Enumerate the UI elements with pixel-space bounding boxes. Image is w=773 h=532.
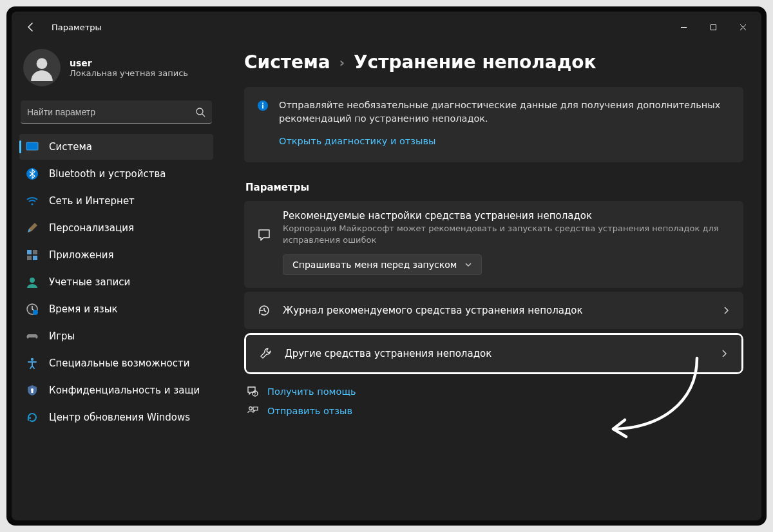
gamepad-icon bbox=[26, 330, 39, 343]
open-diagnostics-link[interactable]: Открыть диагностику и отзывы bbox=[279, 135, 435, 148]
svg-point-2 bbox=[196, 108, 203, 115]
sidebar-item-apps[interactable]: Приложения bbox=[19, 242, 213, 268]
user-block[interactable]: user Локальная учетная запись bbox=[18, 43, 215, 98]
paint-icon bbox=[26, 222, 39, 234]
svg-rect-8 bbox=[33, 250, 37, 254]
sidebar-item-label: Персонализация bbox=[49, 222, 134, 234]
accounts-icon bbox=[26, 276, 39, 289]
sidebar-item-label: Конфиденциальность и защи bbox=[49, 385, 200, 396]
user-type: Локальная учетная запись bbox=[70, 68, 188, 78]
svg-rect-3 bbox=[26, 142, 38, 150]
svg-point-11 bbox=[30, 278, 35, 283]
bluetooth-icon bbox=[26, 167, 39, 180]
svg-rect-19 bbox=[262, 105, 263, 109]
svg-point-14 bbox=[31, 358, 33, 361]
info-banner: Отправляйте необязательные диагностическ… bbox=[244, 87, 743, 162]
svg-point-22 bbox=[249, 407, 253, 410]
svg-point-18 bbox=[262, 102, 263, 104]
apps-icon bbox=[26, 249, 39, 261]
info-body: Отправляйте необязательные диагностическ… bbox=[279, 99, 730, 148]
chevron-right-icon bbox=[720, 349, 729, 358]
titlebar: Параметры bbox=[12, 12, 761, 43]
dropdown-value: Спрашивать меня перед запуском bbox=[292, 260, 457, 270]
sidebar-item-label: Игры bbox=[49, 330, 75, 342]
chevron-down-icon bbox=[464, 261, 472, 269]
maximize-button[interactable] bbox=[698, 17, 728, 37]
svg-point-1 bbox=[37, 58, 48, 69]
shield-icon bbox=[26, 384, 39, 397]
back-button[interactable] bbox=[19, 15, 43, 39]
svg-rect-16 bbox=[32, 390, 33, 393]
nav: Система Bluetooth и устройства Сеть и Ин… bbox=[18, 134, 215, 430]
sidebar-item-privacy[interactable]: Конфиденциальность и защи bbox=[19, 377, 213, 403]
svg-rect-0 bbox=[711, 24, 716, 30]
sidebar-item-personalization[interactable]: Персонализация bbox=[19, 215, 213, 241]
feedback-link[interactable]: Отправить отзыв bbox=[247, 405, 743, 417]
other-troubleshooters-row[interactable]: Другие средства устранения неполадок bbox=[246, 335, 741, 372]
sidebar-item-accessibility[interactable]: Специальные возможности bbox=[19, 350, 213, 376]
sidebar-item-timelang[interactable]: Время и язык bbox=[19, 296, 213, 322]
sidebar-item-system[interactable]: Система bbox=[19, 134, 213, 160]
search-box[interactable] bbox=[21, 100, 212, 124]
troubleshooter-history-row[interactable]: Журнал рекомендуемого средства устранени… bbox=[244, 292, 743, 329]
app-title: Параметры bbox=[52, 23, 102, 32]
search-input[interactable] bbox=[27, 107, 195, 117]
person-icon bbox=[28, 54, 55, 81]
breadcrumb: Система › Устранение неполадок bbox=[244, 52, 743, 73]
arrow-left-icon bbox=[26, 22, 36, 32]
svg-rect-9 bbox=[27, 256, 32, 260]
highlight-annotation: Другие средства устранения неполадок bbox=[244, 333, 743, 374]
svg-text:?: ? bbox=[254, 392, 256, 396]
minimize-icon bbox=[680, 24, 687, 31]
row-label: Другие средства устранения неполадок bbox=[285, 348, 708, 359]
info-icon bbox=[257, 100, 269, 111]
feedback-icon bbox=[247, 405, 258, 417]
info-text: Отправляйте необязательные диагностическ… bbox=[279, 99, 730, 126]
sidebar: user Локальная учетная запись Система Bl… bbox=[12, 43, 221, 520]
clock-icon bbox=[26, 303, 39, 316]
sidebar-item-label: Центр обновления Windows bbox=[49, 412, 190, 423]
row-label: Журнал рекомендуемого средства устранени… bbox=[283, 305, 710, 316]
svg-point-6 bbox=[31, 203, 33, 205]
content: user Локальная учетная запись Система Bl… bbox=[12, 43, 761, 520]
sidebar-item-label: Bluetooth и устройства bbox=[49, 168, 166, 180]
get-help-link[interactable]: ? Получить помощь bbox=[247, 386, 743, 397]
sidebar-item-label: Специальные возможности bbox=[49, 357, 189, 369]
wifi-icon bbox=[26, 195, 39, 207]
chevron-right-icon bbox=[721, 306, 730, 315]
sidebar-item-label: Приложения bbox=[49, 249, 114, 261]
chevron-right-icon: › bbox=[339, 55, 345, 70]
sidebar-item-accounts[interactable]: Учетные записи bbox=[19, 269, 213, 295]
svg-point-13 bbox=[33, 310, 38, 315]
recommended-dropdown[interactable]: Спрашивать меня перед запуском bbox=[283, 254, 482, 275]
help-link-label: Отправить отзыв bbox=[267, 406, 352, 416]
accessibility-icon bbox=[26, 357, 39, 370]
sidebar-item-gaming[interactable]: Игры bbox=[19, 323, 213, 349]
minimize-button[interactable] bbox=[669, 17, 698, 37]
breadcrumb-parent[interactable]: Система bbox=[244, 52, 330, 73]
sidebar-item-label: Сеть и Интернет bbox=[49, 195, 135, 207]
section-title: Параметры bbox=[245, 182, 743, 193]
recommended-settings-card: Рекомендуемые настройки средства устране… bbox=[244, 201, 743, 288]
close-button[interactable] bbox=[728, 17, 758, 37]
sidebar-item-update[interactable]: Центр обновления Windows bbox=[19, 404, 213, 430]
help-links: ? Получить помощь Отправить отзыв bbox=[244, 386, 743, 417]
recommended-desc: Корпорация Майкрософт может рекомендоват… bbox=[283, 223, 730, 245]
user-name: user bbox=[70, 58, 188, 68]
sidebar-item-network[interactable]: Сеть и Интернет bbox=[19, 188, 213, 214]
help-chat-icon: ? bbox=[247, 386, 258, 397]
user-info: user Локальная учетная запись bbox=[70, 58, 188, 78]
search-icon bbox=[195, 107, 205, 117]
chat-icon bbox=[257, 228, 271, 242]
main-content: Система › Устранение неполадок Отправляй… bbox=[221, 43, 761, 520]
update-icon bbox=[26, 411, 39, 424]
window-controls bbox=[669, 17, 758, 37]
help-link-label: Получить помощь bbox=[267, 386, 356, 397]
wrench-icon bbox=[259, 347, 273, 361]
settings-window: Параметры user bbox=[12, 12, 761, 520]
svg-rect-10 bbox=[33, 256, 37, 260]
maximize-icon bbox=[710, 24, 717, 31]
history-icon bbox=[257, 303, 271, 318]
sidebar-item-bluetooth[interactable]: Bluetooth и устройства bbox=[19, 161, 213, 187]
close-icon bbox=[740, 24, 747, 31]
